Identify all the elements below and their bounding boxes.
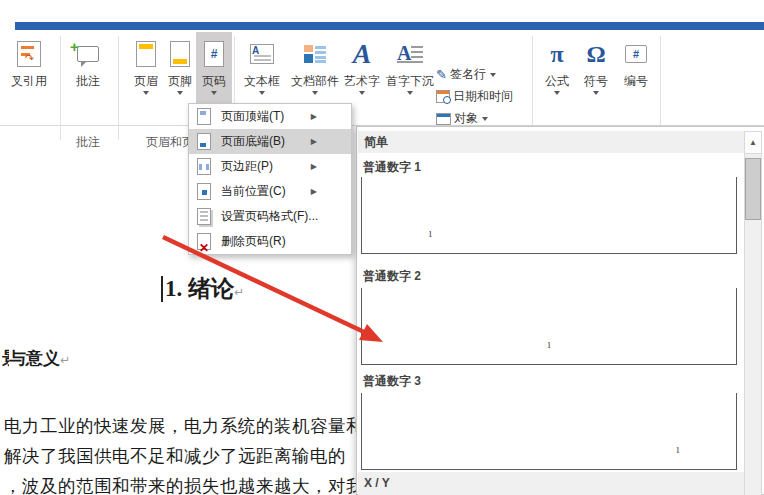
scrollbar-thumb[interactable]: [745, 158, 761, 220]
dropdown-arrow-icon: [359, 91, 365, 95]
signature-line-button[interactable]: ✎签名行: [436, 64, 532, 84]
body-line: 电力工业的快速发展，电力系统的装机容量和: [4, 414, 364, 438]
remove-page-numbers-icon: ✕: [197, 233, 211, 250]
menu-item-page-margins[interactable]: 页边距(P) ▶: [189, 154, 351, 179]
gallery-section-simple: 简单: [358, 131, 744, 153]
body-line: 解决了我国供电不足和减少了远距离输电的: [4, 444, 346, 468]
dropdown-arrow-icon: [482, 117, 488, 121]
document-subheading: 景与意义↵: [2, 347, 70, 370]
dropdown-arrow-icon: [259, 91, 265, 95]
page-number-gallery: 简单 普通数字 1 1 普通数字 2 1 普通数字 3 1 X / Y ▲: [356, 126, 764, 495]
comment-button[interactable]: + 批注: [64, 32, 112, 130]
calendar-clock-icon: [436, 90, 450, 103]
menu-item-format-page-numbers[interactable]: 设置页码格式(F)...: [189, 204, 351, 229]
clipped-character: 景: [2, 347, 9, 370]
equation-button[interactable]: π 公式: [538, 32, 576, 130]
bottom-of-page-icon: [197, 133, 211, 150]
dropdown-arrow-icon: [593, 91, 599, 95]
omega-icon: Ω: [578, 36, 614, 72]
gallery-item-label: 普通数字 3: [363, 373, 421, 390]
preview-page-number: 1: [547, 340, 552, 350]
menu-item-bottom-of-page[interactable]: 页面底端(B) ▶: [189, 129, 351, 154]
top-of-page-icon: [197, 108, 211, 125]
format-page-numbers-icon: [197, 208, 211, 225]
numbering-hash-icon: #: [616, 36, 656, 72]
quick-parts-icon: [289, 36, 341, 72]
gallery-item-plain-number-2[interactable]: 1: [361, 288, 737, 365]
cross-reference-button[interactable]: ↷ 叉引用: [0, 32, 58, 130]
preview-page-number: 1: [428, 229, 433, 239]
menu-item-remove-page-numbers[interactable]: ✕ 删除页码(R): [189, 229, 351, 254]
paragraph-mark-icon: ↵: [234, 285, 244, 299]
footer-icon: [162, 36, 198, 72]
cross-reference-icon: ↷: [0, 36, 58, 72]
numbering-button[interactable]: # 编号: [616, 32, 656, 130]
pi-icon: π: [538, 36, 576, 72]
symbol-button[interactable]: Ω 符号: [578, 32, 614, 130]
page-number-icon: #: [196, 36, 232, 72]
gallery-item-plain-number-1[interactable]: 1: [361, 177, 737, 254]
ribbon-insert-tab: ↷ 叉引用 + 批注 页眉 页脚 # 页码 A 文本框 文档: [0, 30, 764, 126]
page-margins-icon: [197, 158, 211, 175]
dropdown-arrow-icon: [143, 91, 149, 95]
menu-item-top-of-page[interactable]: 页面顶端(T) ▶: [189, 104, 351, 129]
title-bar-strip: [15, 22, 764, 30]
dropdown-arrow-icon: [554, 91, 560, 95]
wordart-icon: A: [341, 36, 383, 72]
text-cursor: [161, 276, 163, 302]
text-box-icon: A: [240, 36, 284, 72]
current-position-icon: [197, 183, 211, 200]
submenu-arrow-icon: ▶: [311, 137, 317, 146]
gallery-item-plain-number-3[interactable]: 1: [361, 393, 737, 470]
preview-page-number: 1: [676, 445, 681, 455]
gallery-section-x-of-y: X / Y: [358, 472, 744, 495]
gallery-item-label: 普通数字 2: [363, 268, 421, 285]
header-icon: [128, 36, 164, 72]
body-line: ，波及的范围和带来的损失也越来越大，对我: [4, 474, 364, 495]
dropdown-arrow-icon: [407, 91, 413, 95]
date-time-button[interactable]: 日期和时间: [436, 86, 532, 106]
drop-cap-icon: A: [386, 36, 434, 72]
scroll-up-icon: ▲: [749, 138, 757, 147]
dropdown-arrow-icon: [177, 91, 183, 95]
page-number-dropdown-menu: 页面顶端(T) ▶ 页面底端(B) ▶ 页边距(P) ▶ 当前位置(C) ▶ 设…: [188, 103, 352, 255]
submenu-arrow-icon: ▶: [311, 112, 317, 121]
submenu-arrow-icon: ▶: [311, 162, 317, 171]
drop-cap-button[interactable]: A 首字下沉: [386, 32, 434, 130]
object-window-icon: [436, 113, 451, 125]
signature-pen-icon: ✎: [436, 65, 447, 85]
gallery-item-label: 普通数字 1: [363, 159, 421, 176]
header-button[interactable]: 页眉: [128, 32, 164, 130]
comment-icon: +: [64, 36, 112, 72]
dropdown-arrow-icon: [312, 91, 318, 95]
dropdown-arrow-icon: [490, 73, 496, 77]
scroll-up-button[interactable]: ▲: [745, 132, 761, 154]
document-heading: 1. 绪论↵: [165, 273, 244, 304]
group-label-comment: 批注: [76, 134, 100, 151]
submenu-arrow-icon: ▶: [311, 187, 317, 196]
dropdown-arrow-icon: [211, 91, 217, 95]
menu-item-current-position[interactable]: 当前位置(C) ▶: [189, 179, 351, 204]
paragraph-mark-icon: ↵: [60, 353, 70, 367]
gallery-scrollbar[interactable]: ▲: [744, 131, 762, 495]
